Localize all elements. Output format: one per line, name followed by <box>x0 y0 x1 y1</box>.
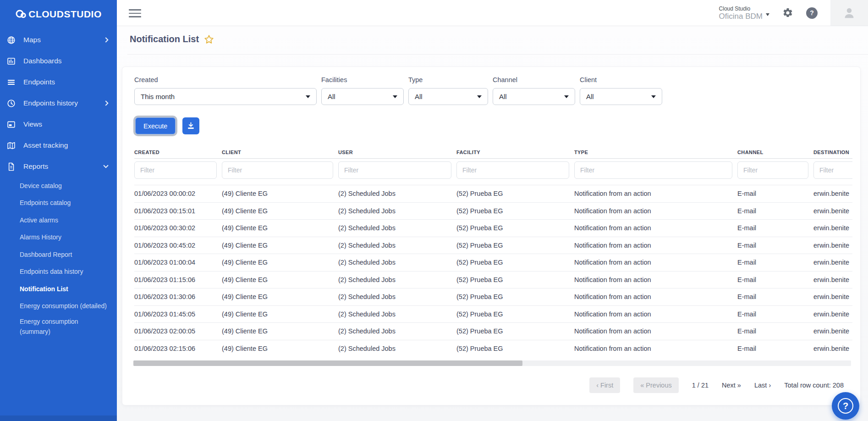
sidebar-dashboard-report[interactable]: Dashboard Report <box>0 246 117 263</box>
sidebar-active-alarms[interactable]: Active alarms <box>0 211 117 229</box>
app-logo[interactable]: CLOUDSTUDIO <box>0 0 117 21</box>
user-avatar-icon <box>842 6 856 20</box>
sidebar-endpoints-data-history[interactable]: Endpoints data history <box>0 263 117 281</box>
sidebar-footer-strip <box>0 415 117 421</box>
floating-help-button[interactable]: ? <box>832 392 859 420</box>
cell-channel: E-mail <box>737 310 813 318</box>
execute-button[interactable]: Execute <box>135 117 176 134</box>
filter-select[interactable]: All <box>408 88 488 105</box>
scrollbar-thumb[interactable] <box>133 360 522 366</box>
cell-facility: (52) Prueba EG <box>456 310 574 318</box>
chevron-icon <box>103 37 108 42</box>
globe-icon <box>6 35 16 45</box>
map-icon <box>6 141 16 150</box>
table-header-row: CREATED CLIENT USER FACILITY TYPE CHANNE… <box>134 150 852 159</box>
sidebar-device-catalog[interactable]: Device catalog <box>0 177 117 194</box>
cell-destination: erwin.benite <box>813 242 852 249</box>
cell-destination: erwin.benite <box>813 293 852 300</box>
views-icon <box>6 120 16 129</box>
column-header: TYPE <box>574 150 737 155</box>
cell-user: (2) Scheduled Jobs <box>338 345 456 352</box>
sidebar-energy-consumption[interactable]: Energy consumption (summary) <box>0 315 117 338</box>
tenant-selector[interactable]: Cloud Studio Oficina BDM <box>719 6 769 21</box>
cell-user: (2) Scheduled Jobs <box>338 293 456 300</box>
sidebar-alarms-history[interactable]: Alarms History <box>0 229 117 246</box>
help-button[interactable]: ? <box>806 7 818 19</box>
tenant-value: Oficina BDM <box>719 12 763 21</box>
sidebar-energy-consumption-detailed[interactable]: Energy consumption (detailed) <box>0 298 117 315</box>
cell-created: 01/06/2023 02:15:06 <box>134 345 222 352</box>
cell-type: Notification from an action <box>574 293 737 300</box>
logo-text: CLOUDSTUDIO <box>28 9 102 20</box>
table-row: 01/06/2023 02:00:05 (49) Cliente EG (2) … <box>134 322 852 340</box>
cell-user: (2) Scheduled Jobs <box>338 327 456 335</box>
list-icon <box>6 78 16 87</box>
cell-client: (49) Cliente EG <box>222 259 338 266</box>
next-page-button[interactable]: Next » <box>722 382 741 389</box>
sidebar-dashboards[interactable]: Dashboards <box>0 50 117 72</box>
horizontal-scrollbar[interactable] <box>133 360 851 366</box>
cell-type: Notification from an action <box>574 345 737 352</box>
topbar: Cloud Studio Oficina BDM ? <box>117 0 868 26</box>
sidebar-reports[interactable]: Reports <box>0 156 117 177</box>
download-button[interactable] <box>182 117 199 134</box>
dashboard-icon <box>6 56 16 66</box>
settings-button[interactable] <box>782 7 793 18</box>
column-filter-input[interactable] <box>574 161 732 179</box>
sidebar-endpoints[interactable]: Endpoints <box>0 72 117 93</box>
cell-user: (2) Scheduled Jobs <box>338 242 456 249</box>
table-row: 01/06/2023 00:00:02 (49) Cliente EG (2) … <box>134 185 852 202</box>
column-filter-input[interactable] <box>456 161 569 179</box>
cell-client: (49) Cliente EG <box>222 207 338 215</box>
sidebar-notification-list[interactable]: Notification List <box>0 280 117 298</box>
cell-client: (49) Cliente EG <box>222 242 338 249</box>
sidebar-views[interactable]: Views <box>0 114 117 135</box>
chevron-icon <box>103 163 108 168</box>
column-header: USER <box>338 150 456 155</box>
cell-type: Notification from an action <box>574 190 737 197</box>
filter-select[interactable]: All <box>493 88 575 105</box>
cell-channel: E-mail <box>737 207 813 215</box>
user-menu[interactable] <box>830 0 868 26</box>
caret-down-icon <box>306 95 310 98</box>
cell-created: 01/06/2023 01:45:05 <box>134 310 222 318</box>
sidebar-asset-tracking[interactable]: Asset tracking <box>0 135 117 156</box>
question-mark-icon: ? <box>838 398 853 414</box>
previous-page-button[interactable]: « Previous <box>633 377 679 393</box>
gear-icon <box>782 7 793 18</box>
cell-user: (2) Scheduled Jobs <box>338 259 456 266</box>
column-filter-input[interactable] <box>813 161 852 179</box>
clock-icon <box>6 99 16 108</box>
filter-select[interactable]: This month <box>134 88 317 105</box>
cell-facility: (52) Prueba EG <box>456 293 574 300</box>
table-row: 01/06/2023 01:15:06 (49) Cliente EG (2) … <box>134 271 852 288</box>
column-filter-input[interactable] <box>338 161 451 179</box>
sidebar-endpoints-catalog[interactable]: Endpoints catalog <box>0 194 117 212</box>
column-filter-input[interactable] <box>134 161 217 179</box>
hamburger-menu-icon[interactable] <box>129 9 141 20</box>
column-filter-input[interactable] <box>222 161 333 179</box>
favorite-star-icon[interactable] <box>204 34 214 44</box>
cell-destination: erwin.benite <box>813 345 852 352</box>
sidebar-endpoints-history[interactable]: Endpoints history <box>0 93 117 114</box>
last-page-button[interactable]: Last › <box>754 382 771 389</box>
cell-type: Notification from an action <box>574 224 737 232</box>
column-filter-input[interactable] <box>737 161 808 179</box>
filter-select[interactable]: All <box>321 88 404 105</box>
cell-user: (2) Scheduled Jobs <box>338 190 456 197</box>
cell-channel: E-mail <box>737 190 813 197</box>
first-page-button[interactable]: ‹ First <box>589 377 620 393</box>
filter-select[interactable]: All <box>580 88 662 105</box>
page-title: Notification List <box>130 34 199 44</box>
cell-created: 01/06/2023 01:00:04 <box>134 259 222 266</box>
cell-destination: erwin.benite <box>813 224 852 232</box>
caret-down-icon <box>393 95 397 98</box>
cell-client: (49) Cliente EG <box>222 345 338 352</box>
cell-destination: erwin.benite <box>813 310 852 318</box>
reports-submenu: Device catalog Endpoints catalog Active … <box>0 177 117 338</box>
table-row: 01/06/2023 00:30:02 (49) Cliente EG (2) … <box>134 219 852 237</box>
cell-client: (49) Cliente EG <box>222 276 338 283</box>
table-row: 01/06/2023 00:15:01 (49) Cliente EG (2) … <box>134 202 852 220</box>
table-row: 01/06/2023 01:45:05 (49) Cliente EG (2) … <box>134 305 852 323</box>
sidebar-maps[interactable]: Maps <box>0 29 117 50</box>
